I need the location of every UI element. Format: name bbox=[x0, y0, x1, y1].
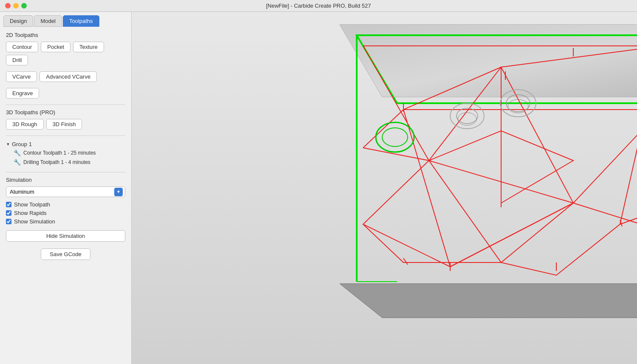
3d-toolpaths-label: 3D Toolpaths (PRO) bbox=[6, 109, 125, 116]
maximize-button[interactable] bbox=[21, 3, 27, 8]
show-rapids-checkbox[interactable] bbox=[6, 210, 11, 216]
group-1-label: Group 1 bbox=[12, 141, 32, 147]
material-select[interactable]: Aluminum Wood Plastic Foam bbox=[6, 186, 125, 197]
show-rapids-label: Show Rapids bbox=[14, 210, 47, 216]
app-title: [NewFile] - Carbide Create PRO, Build 52… bbox=[266, 3, 371, 9]
simulation-section: Simulation Aluminum Wood Plastic Foam ▼ … bbox=[6, 172, 125, 242]
save-gcode-button[interactable]: Save GCode bbox=[41, 248, 90, 260]
divider-2 bbox=[6, 135, 125, 136]
advanced-vcarve-button[interactable]: Advanced VCarve bbox=[39, 71, 97, 82]
3d-toolpaths-buttons: 3D Rough 3D Finish bbox=[6, 119, 125, 130]
divider-1 bbox=[6, 104, 125, 105]
sidebar-content: 2D Toolpaths Contour Pocket Texture Dril… bbox=[0, 27, 131, 364]
title-bar: [NewFile] - Carbide Create PRO, Build 52… bbox=[0, 0, 637, 12]
3d-rough-button[interactable]: 3D Rough bbox=[6, 119, 44, 130]
2d-toolpaths-buttons: Contour Pocket Texture Drill bbox=[6, 42, 125, 65]
3d-finish-button[interactable]: 3D Finish bbox=[46, 119, 82, 130]
main-container: Design Model Toolpaths 2D Toolpaths Cont… bbox=[0, 12, 637, 364]
show-toolpath-checkbox[interactable] bbox=[6, 202, 11, 207]
toolpath-item-1[interactable]: 🔧 Contour Toolpath 1 - 25 minutes bbox=[6, 148, 125, 158]
hide-simulation-button[interactable]: Hide Simulation bbox=[6, 230, 125, 242]
tab-design[interactable]: Design bbox=[3, 15, 33, 27]
material-select-wrapper: Aluminum Wood Plastic Foam ▼ bbox=[6, 186, 125, 197]
tab-bar: Design Model Toolpaths bbox=[0, 12, 131, 27]
toolpath-icon-1: 🔧 bbox=[14, 150, 21, 156]
pocket-button[interactable]: Pocket bbox=[41, 42, 70, 52]
engrave-buttons: Engrave bbox=[6, 88, 125, 99]
show-toolpath-row: Show Toolpath bbox=[6, 201, 125, 208]
window-controls[interactable] bbox=[5, 3, 27, 8]
contour-button[interactable]: Contour bbox=[6, 42, 38, 52]
group-1-header[interactable]: ▼ Group 1 bbox=[6, 140, 125, 148]
2d-toolpaths-label: 2D Toolpaths bbox=[6, 32, 125, 38]
show-simulation-row: Show Simulation bbox=[6, 218, 125, 225]
texture-button[interactable]: Texture bbox=[73, 42, 104, 52]
toolpath-label-1: Contour Toolpath 1 - 25 minutes bbox=[23, 150, 96, 156]
tab-toolpaths[interactable]: Toolpaths bbox=[63, 15, 99, 27]
show-simulation-label: Show Simulation bbox=[14, 218, 55, 225]
close-button[interactable] bbox=[5, 3, 11, 8]
tab-model[interactable]: Model bbox=[34, 15, 62, 27]
svg-marker-5 bbox=[340, 284, 637, 318]
engrave-button[interactable]: Engrave bbox=[6, 88, 39, 99]
show-simulation-checkbox[interactable] bbox=[6, 219, 11, 224]
toolpath-icon-2: 🔧 bbox=[14, 159, 21, 166]
toolpath-item-2[interactable]: 🔧 Drilling Toolpath 1 - 4 minutes bbox=[6, 158, 125, 167]
vcarve-button[interactable]: VCarve bbox=[6, 71, 37, 82]
sidebar: Design Model Toolpaths 2D Toolpaths Cont… bbox=[0, 12, 132, 364]
simulation-label: Simulation bbox=[6, 177, 125, 183]
3d-scene bbox=[132, 12, 637, 364]
show-rapids-row: Show Rapids bbox=[6, 210, 125, 216]
minimize-button[interactable] bbox=[13, 3, 19, 8]
toolpath-tree: ▼ Group 1 🔧 Contour Toolpath 1 - 25 minu… bbox=[6, 140, 125, 167]
drill-button[interactable]: Drill bbox=[6, 55, 28, 65]
show-toolpath-label: Show Toolpath bbox=[14, 201, 50, 208]
canvas-area bbox=[132, 12, 637, 364]
vcarve-buttons: VCarve Advanced VCarve bbox=[6, 71, 125, 82]
toolpath-label-2: Drilling Toolpath 1 - 4 minutes bbox=[23, 159, 90, 165]
collapse-icon: ▼ bbox=[6, 142, 10, 147]
